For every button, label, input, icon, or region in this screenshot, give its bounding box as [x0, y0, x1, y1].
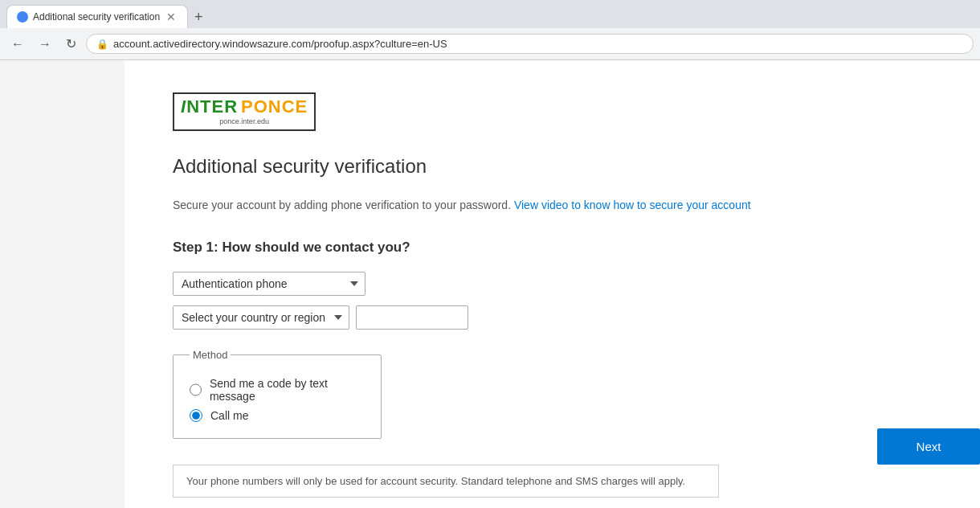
active-tab[interactable]: Additional security verification ✕: [6, 5, 188, 28]
back-button[interactable]: ←: [6, 34, 29, 55]
forward-button[interactable]: →: [34, 34, 56, 55]
logo-text: INTERPONCE: [181, 97, 308, 117]
footer-notice: Your phone numbers will only be used for…: [173, 465, 719, 498]
logo-box: INTERPONCE ponce.inter.edu: [173, 92, 316, 131]
tab-bar: Additional security verification ✕ +: [0, 0, 980, 28]
step-heading: Step 1: How should we contact you?: [173, 240, 932, 256]
logo-subtitle: ponce.inter.edu: [219, 118, 269, 126]
url-text: account.activedirectory.windowsazure.com…: [113, 38, 447, 50]
call-label: Call me: [210, 409, 248, 422]
logo-inter-nter: NTER: [186, 96, 238, 117]
description-link[interactable]: View video to know how to secure your ac…: [514, 199, 751, 211]
nav-bar: ← → ↻ 🔒 account.activedirectory.windowsa…: [0, 28, 980, 59]
new-tab-button[interactable]: +: [190, 10, 208, 24]
page-title: Additional security verification: [173, 155, 932, 178]
next-button[interactable]: Next: [877, 428, 980, 465]
refresh-button[interactable]: ↻: [61, 33, 81, 55]
country-phone-row: Select your country or region: [173, 305, 932, 330]
logo-container: INTERPONCE ponce.inter.edu: [173, 92, 932, 131]
call-option[interactable]: Call me: [190, 409, 365, 422]
sms-option[interactable]: Send me a code by text message: [190, 377, 365, 403]
logo-ponce: PONCE: [241, 96, 308, 117]
phone-input[interactable]: [356, 305, 468, 330]
page-container: INTERPONCE ponce.inter.edu Additional se…: [0, 60, 980, 508]
description: Secure your account by adding phone veri…: [173, 197, 932, 214]
main-content: INTERPONCE ponce.inter.edu Additional se…: [125, 60, 980, 508]
description-static: Secure your account by adding phone veri…: [173, 199, 511, 211]
country-dropdown[interactable]: Select your country or region: [173, 305, 349, 330]
sidebar: [0, 60, 125, 508]
auth-phone-dropdown[interactable]: Authentication phone: [173, 272, 365, 296]
tab-favicon: [17, 11, 28, 23]
tab-close-button[interactable]: ✕: [165, 10, 178, 23]
tab-label: Additional security verification: [33, 11, 160, 23]
method-fieldset: Method Send me a code by text message Ca…: [173, 349, 382, 439]
address-bar[interactable]: 🔒 account.activedirectory.windowsazure.c…: [86, 34, 974, 54]
browser-chrome: Additional security verification ✕ + ← →…: [0, 0, 980, 60]
sms-radio[interactable]: [190, 383, 202, 396]
method-legend: Method: [190, 349, 231, 361]
lock-icon: 🔒: [96, 39, 108, 50]
sms-label: Send me a code by text message: [210, 377, 365, 403]
call-radio[interactable]: [190, 409, 202, 422]
